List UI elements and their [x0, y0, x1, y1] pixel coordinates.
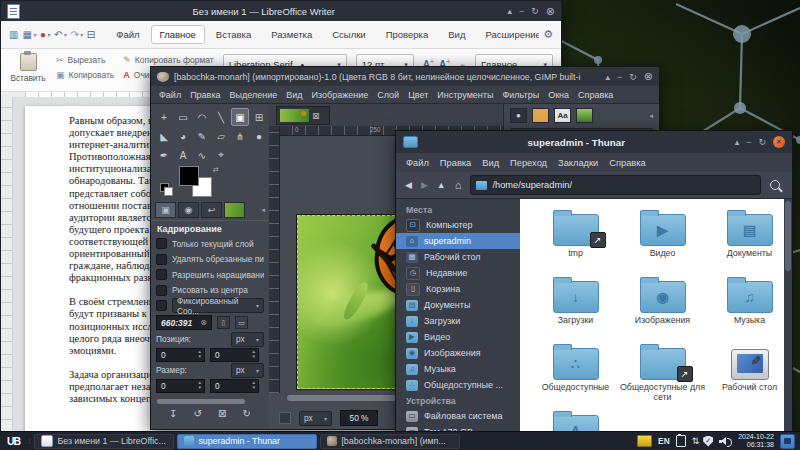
fixed-ratio-select[interactable]: Фиксированный Соо... ▾: [172, 298, 264, 313]
crop-option-row[interactable]: Разрешить наращивание: [151, 267, 269, 283]
thunar-maximize-button[interactable]: ↻: [758, 137, 766, 147]
taskbar-window-button[interactable]: [babochka-monarh] (имп...: [320, 434, 460, 449]
thunar-file-view[interactable]: ↗ tmp ▶ ▶ ↗: [520, 199, 784, 431]
image-thumbnail-tab[interactable]: [224, 202, 245, 218]
gimp-menu-item[interactable]: Вид: [286, 90, 302, 100]
checkbox[interactable]: [156, 238, 167, 249]
gimp-shade-button[interactable]: ▴: [605, 72, 610, 82]
portrait-orientation-button[interactable]: ▯: [217, 316, 230, 329]
thunar-menu-item[interactable]: Правка: [440, 158, 471, 168]
gear-icon[interactable]: ⚙: [543, 28, 553, 41]
gimp-tool-button[interactable]: ✎: [193, 127, 211, 145]
gimp-menu-item[interactable]: Окна: [548, 90, 569, 100]
keyboard-layout-indicator[interactable]: EN: [658, 436, 670, 446]
dropdown-arrow-icon[interactable]: ▾: [33, 31, 36, 38]
gimp-tool-button[interactable]: ◠: [193, 108, 211, 126]
image-tab[interactable]: ⊠: [276, 106, 330, 125]
home-button[interactable]: ⌂: [455, 179, 462, 191]
writer-ribbon-tab[interactable]: Файл: [107, 25, 148, 44]
path-bar[interactable]: /home/superadmin/: [470, 175, 761, 195]
writer-shade-button[interactable]: ▴: [507, 6, 512, 16]
gimp-menu-item[interactable]: Цвет: [408, 90, 428, 100]
device-status-tab[interactable]: ◉: [178, 202, 199, 218]
gimp-maximize-button[interactable]: ↻: [629, 72, 637, 82]
writer-ribbon-tab[interactable]: Расширение: [476, 25, 539, 44]
forward-button[interactable]: ▶: [421, 180, 428, 190]
swap-colors-icon[interactable]: ⇄: [213, 166, 219, 174]
size-width-spinner[interactable]: 0▲▼: [156, 379, 205, 393]
redo-icon[interactable]: ↷▾: [70, 29, 82, 40]
checkbox[interactable]: [156, 300, 167, 311]
sidebar-device-item[interactable]: ▭ Том 170 GB: [396, 424, 520, 431]
copy-button[interactable]: ▣Копировать: [56, 70, 114, 80]
sidebar-place-item[interactable]: ▯ Корзина: [396, 281, 520, 297]
file-item[interactable]: ↗ tmp: [532, 205, 619, 272]
scrollbar-thumb[interactable]: [785, 201, 791, 271]
undo-history-tab[interactable]: ↩: [201, 202, 222, 218]
patterns-tab[interactable]: [532, 108, 549, 123]
gimp-tool-button[interactable]: ●: [250, 127, 268, 145]
delete-preset-button[interactable]: ⊠: [218, 408, 226, 419]
print-icon[interactable]: ⊟▾: [87, 29, 95, 40]
thunar-minimize-button[interactable]: −: [746, 137, 751, 147]
new-doc-icon[interactable]: ▥▾: [9, 29, 18, 40]
size-height-spinner[interactable]: 0▲▼: [210, 379, 259, 393]
color-swatches[interactable]: ⇄: [151, 166, 269, 199]
taskbar-window-button[interactable]: Без имени 1 — LibreOffic...: [34, 434, 174, 449]
sidebar-place-item[interactable]: ∴ Общедоступные ...: [396, 377, 520, 393]
gimp-close-button[interactable]: ⊗: [644, 70, 653, 83]
gradients-tab[interactable]: [576, 108, 593, 123]
paste-button[interactable]: Вставить: [9, 51, 47, 83]
file-item[interactable]: ↗ Общедоступные для сети: [619, 339, 706, 406]
gimp-tool-button[interactable]: ∿: [193, 146, 211, 164]
save-icon[interactable]: ▦▾: [22, 29, 35, 40]
canvas-unit-select[interactable]: px ▾: [299, 411, 332, 426]
volume-icon[interactable]: [719, 436, 732, 446]
file-item[interactable]: ∴ ∴ ↗ Общедоступные: [532, 339, 619, 406]
size-unit-select[interactable]: px ▾: [231, 363, 264, 378]
fonts-tab[interactable]: Aa: [554, 108, 571, 123]
thunar-titlebar[interactable]: superadmin - Thunar ▴ − ↻ ✕: [396, 131, 792, 153]
position-y-spinner[interactable]: 0▲▼: [210, 348, 259, 362]
vertical-scrollbar[interactable]: [784, 199, 792, 431]
vertical-ruler[interactable]: [1, 97, 13, 433]
writer-ribbon-tab[interactable]: Главное: [151, 25, 205, 44]
ratio-input[interactable]: 660:391 ⊗: [156, 315, 212, 330]
gimp-tool-button[interactable]: ▱: [212, 127, 230, 145]
search-icon[interactable]: [770, 180, 780, 190]
collapse-icon[interactable]: ◂: [649, 112, 653, 120]
sidebar-place-item[interactable]: ♫ Музыка: [396, 361, 520, 377]
undo-icon[interactable]: ↶▾: [54, 29, 66, 40]
zoom-level-field[interactable]: 50 %: [340, 410, 378, 426]
gimp-tool-button[interactable]: ◕: [174, 127, 192, 145]
thunar-menu-item[interactable]: Файл: [406, 158, 429, 168]
writer-titlebar[interactable]: Без имени 1 — LibreOffice Writer ▴ − ↻ ⊗: [1, 1, 561, 21]
gimp-tool-button[interactable]: ◣: [155, 127, 173, 145]
sidebar-device-item[interactable]: ▭ Файловая система: [396, 408, 520, 424]
clipboard-icon[interactable]: [676, 435, 686, 447]
file-item[interactable]: ♫ ♫ ↗ Музыка: [706, 272, 784, 339]
tool-options-tab[interactable]: ▣: [155, 202, 176, 218]
dropdown-arrow-icon[interactable]: ▾: [63, 31, 66, 38]
thunar-close-button[interactable]: ✕: [773, 136, 785, 148]
clear-icon[interactable]: ⊗: [200, 318, 207, 327]
reset-tool-button[interactable]: ↻: [243, 408, 251, 419]
sidebar-place-item[interactable]: ▶ Видео: [396, 329, 520, 345]
writer-maximize-button[interactable]: ↻: [531, 6, 539, 16]
file-item[interactable]: ↓ ↓ ↗ Загрузки: [532, 272, 619, 339]
file-item[interactable]: ▶ ▶ ↗ Видео: [619, 205, 706, 272]
gimp-menu-item[interactable]: Выделение: [230, 90, 278, 100]
position-x-spinner[interactable]: 0▲▼: [156, 348, 205, 362]
vertical-ruler[interactable]: [269, 126, 280, 393]
gimp-titlebar[interactable]: [babochka-monarh] (импортировано)-1.0 (Ц…: [151, 67, 659, 86]
landscape-orientation-button[interactable]: ▭: [235, 316, 248, 329]
gimp-tool-button[interactable]: ⌖: [212, 146, 230, 164]
gimp-menu-item[interactable]: Правка: [190, 90, 220, 100]
writer-ribbon-tab[interactable]: Вид: [439, 25, 474, 44]
file-item[interactable]: ✎ ✎ ↗ Рабочий стол: [706, 339, 784, 406]
gimp-tool-button[interactable]: ⋔: [231, 127, 249, 145]
thunar-menu-item[interactable]: Закладки: [558, 158, 598, 168]
checkbox[interactable]: [156, 269, 167, 280]
writer-minimize-button[interactable]: −: [519, 6, 524, 16]
gimp-tool-button[interactable]: ⊞: [250, 108, 268, 126]
